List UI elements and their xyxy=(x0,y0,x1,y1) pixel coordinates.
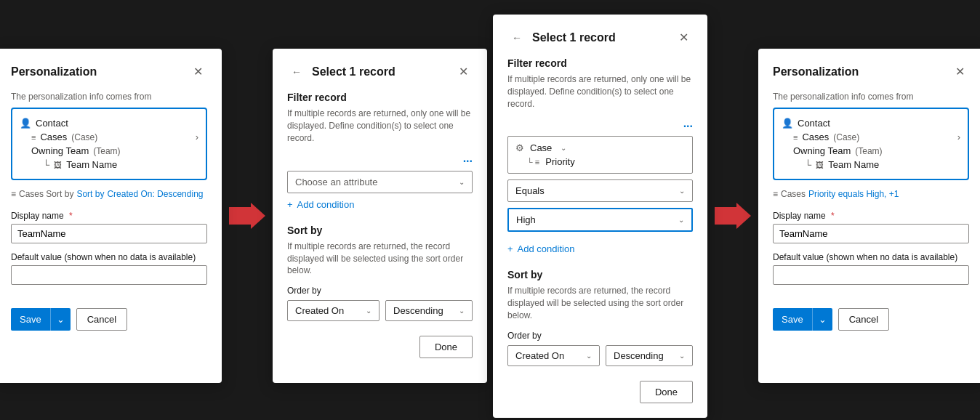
sort-prefix-right: Cases xyxy=(781,189,806,199)
svg-marker-1 xyxy=(715,203,751,229)
case-row-priority: └ ≡ Priority xyxy=(515,156,685,167)
default-value-section-right: Default value (shown when no data is ava… xyxy=(773,252,969,294)
panel-header-right: Personalization ✕ xyxy=(773,63,969,80)
sort-desc-2: If multiple records are returned, the re… xyxy=(507,285,693,321)
display-name-input-left[interactable] xyxy=(11,224,207,243)
high-value: High xyxy=(516,214,536,225)
chevron-down-high: ⌄ xyxy=(678,216,684,224)
order-label-2: Order by xyxy=(507,331,693,341)
save-arrow-button-left[interactable]: ⌄ xyxy=(50,308,71,331)
chevron-right-cases-right: › xyxy=(957,132,960,142)
sort-link-value[interactable]: Created On: Descending xyxy=(107,189,203,199)
owning-team-type-right: (Team) xyxy=(855,146,882,156)
high-dropdown[interactable]: High ⌄ xyxy=(507,208,693,232)
image-icon-team-right: 🖼 xyxy=(816,161,824,169)
sort-bar-left[interactable]: ≡ Cases Sort by Sort by Created On: Desc… xyxy=(11,189,207,199)
section-label-right: The personalization info comes from xyxy=(773,92,969,102)
required-star-right: * xyxy=(831,211,835,221)
gear-icon-case: ⚙ xyxy=(515,142,524,153)
equals-dropdown[interactable]: Equals ⌄ xyxy=(507,179,693,202)
more-options-row: ··· xyxy=(287,155,473,168)
filter-icon-cases-right: ≡ xyxy=(793,133,798,142)
order-direction-value-2: Descending xyxy=(614,350,664,361)
done-button-2[interactable]: Done xyxy=(640,381,693,403)
sort-title-2: Sort by xyxy=(507,269,693,280)
contact-label-right: Contact xyxy=(798,118,830,129)
filter-icon-sort-right: ≡ xyxy=(773,189,778,199)
order-by-dropdown-1[interactable]: Created On ⌄ xyxy=(287,300,379,321)
save-arrow-button-right[interactable]: ⌄ xyxy=(812,308,832,331)
sort-bar-right[interactable]: ≡ Cases Priority equals High, +1 xyxy=(773,189,969,199)
order-label-1: Order by xyxy=(287,286,473,296)
select-2-title-row: ← Select 1 record xyxy=(507,31,616,45)
add-condition-button-2[interactable]: + Add condition xyxy=(507,241,574,257)
indent-line-right: └ xyxy=(805,159,811,170)
case-row-top: ⚙ Case ⌄ xyxy=(515,142,685,153)
done-button-1[interactable]: Done xyxy=(419,336,473,358)
order-by-value-2: Created On xyxy=(515,350,564,361)
order-direction-value-1: Descending xyxy=(393,305,443,316)
more-options-button[interactable]: ··· xyxy=(463,155,473,168)
filter-title-2: Filter record xyxy=(507,57,693,69)
tree-item-team-name: └ 🖼 Team Name xyxy=(20,158,198,171)
more-options-button-2[interactable]: ··· xyxy=(683,120,693,133)
owning-team-label-right: Owning Team xyxy=(793,145,851,156)
order-by-value-1: Created On xyxy=(295,305,344,316)
panel-header-left: Personalization ✕ xyxy=(11,63,207,80)
tree-item-cases[interactable]: ≡ Cases (Case) › xyxy=(20,130,198,144)
sort-link-text: Sort by xyxy=(76,189,104,199)
chevron-down-direction1: ⌄ xyxy=(459,307,465,315)
section-label-left: The personalization info comes from xyxy=(11,92,207,102)
required-star-left: * xyxy=(69,211,73,221)
display-name-input-right[interactable] xyxy=(773,224,969,243)
cases-type-right: (Case) xyxy=(833,132,859,142)
close-button-select1[interactable]: ✕ xyxy=(454,63,473,80)
display-name-section-right: Display name * xyxy=(773,211,969,243)
tree-item-owning-team[interactable]: Owning Team (Team) xyxy=(20,144,198,158)
close-button-select2[interactable]: ✕ xyxy=(675,29,693,46)
default-value-label-right: Default value (shown when no data is ava… xyxy=(773,252,969,262)
order-row-2: Created On ⌄ Descending ⌄ xyxy=(507,345,693,366)
tree-item-cases-right[interactable]: ≡ Cases (Case) › xyxy=(782,130,960,144)
attribute-placeholder: Choose an attribute xyxy=(295,177,377,187)
back-button-select2[interactable]: ← xyxy=(507,31,526,45)
save-main-button-right[interactable]: Save xyxy=(773,308,812,331)
save-button-group-left: Save ⌄ xyxy=(11,308,71,331)
attribute-dropdown-1[interactable]: Choose an attribute ⌄ xyxy=(287,171,473,193)
image-icon-team: 🖼 xyxy=(54,161,62,169)
svg-marker-0 xyxy=(229,203,265,229)
more-options-row-2: ··· xyxy=(507,120,693,133)
back-button-select1[interactable]: ← xyxy=(287,65,306,79)
person-icon-right: 👤 xyxy=(782,118,793,129)
panels-container: Personalization ✕ The personalization in… xyxy=(0,0,980,420)
tree-box-left: 👤 Contact ≡ Cases (Case) › Owning Team (… xyxy=(11,108,207,180)
tree-item-owning-team-right[interactable]: Owning Team (Team) xyxy=(782,144,960,158)
sort-link-value-right[interactable]: Priority equals High, +1 xyxy=(808,189,899,199)
sort-title-1: Sort by xyxy=(287,225,473,236)
close-button-left[interactable]: ✕ xyxy=(189,63,207,80)
arrow-1 xyxy=(222,203,273,229)
close-button-right[interactable]: ✕ xyxy=(951,63,969,80)
select-1-title: Select 1 record xyxy=(312,65,395,78)
team-name-label: Team Name xyxy=(66,159,117,170)
cancel-button-right[interactable]: Cancel xyxy=(838,308,889,331)
case-attribute-box: ⚙ Case ⌄ └ ≡ Priority xyxy=(507,136,693,174)
panel-select-1: ← Select 1 record ✕ Filter record If mul… xyxy=(273,49,487,383)
panel-title-left: Personalization xyxy=(11,65,97,78)
tree-box-right: 👤 Contact ≡ Cases (Case) › Owning Team (… xyxy=(773,108,969,180)
display-name-label-left: Display name * xyxy=(11,211,207,221)
panel-select-2-header: ← Select 1 record ✕ xyxy=(507,29,693,46)
owning-team-label: Owning Team xyxy=(31,145,89,156)
panel-personalization-right: Personalization ✕ The personalization in… xyxy=(758,49,980,383)
filter-icon-cases: ≡ xyxy=(31,133,36,142)
cancel-button-left[interactable]: Cancel xyxy=(76,308,127,331)
default-value-input-right[interactable] xyxy=(773,265,969,285)
panel-select-1-header: ← Select 1 record ✕ xyxy=(287,63,473,80)
save-button-group-right: Save ⌄ xyxy=(773,308,832,331)
default-value-input-left[interactable] xyxy=(11,265,207,285)
add-condition-button-1[interactable]: + Add condition xyxy=(287,196,354,213)
order-direction-dropdown-1[interactable]: Descending ⌄ xyxy=(385,300,473,321)
order-direction-dropdown-2[interactable]: Descending ⌄ xyxy=(606,345,693,366)
save-main-button-left[interactable]: Save xyxy=(11,308,50,331)
order-by-dropdown-2[interactable]: Created On ⌄ xyxy=(507,345,600,366)
